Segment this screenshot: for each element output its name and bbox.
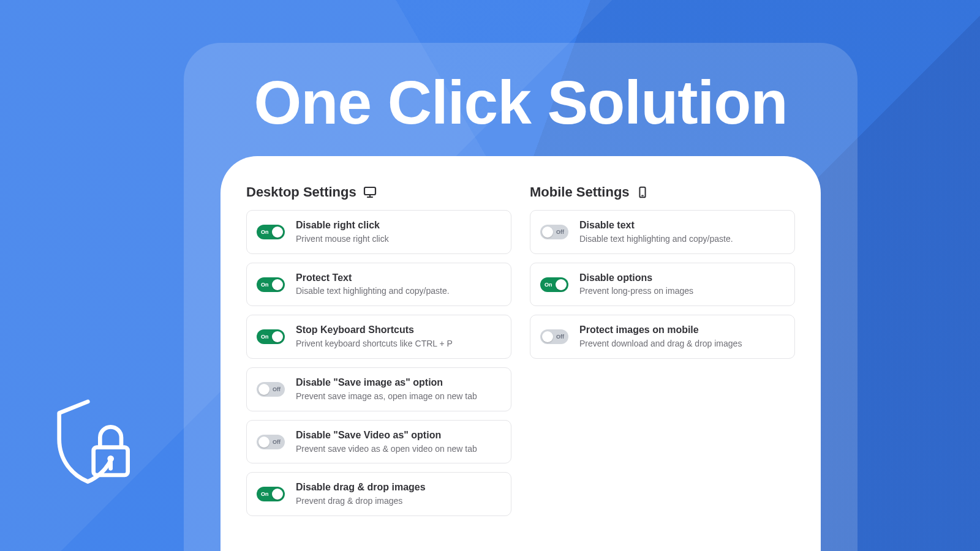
desktop-toggle[interactable]: On (257, 487, 285, 501)
desktop-toggle[interactable]: On (257, 277, 285, 292)
desktop-setting-row: OnProtect TextDisable text highlighting … (246, 263, 511, 307)
toggle-label: Off (556, 334, 564, 340)
desktop-setting-row: OnDisable right clickPrivent mouse right… (246, 210, 511, 254)
setting-text: Disable "Save image as" optionPrevent sa… (296, 377, 501, 402)
desktop-settings-title: Desktop Settings (246, 184, 356, 200)
setting-title: Disable options (579, 272, 785, 285)
toggle-knob (272, 279, 283, 290)
desktop-toggle[interactable]: On (257, 329, 285, 344)
desktop-toggle[interactable]: On (257, 225, 285, 239)
desktop-setting-row: OnDisable drag & drop imagesPrevent drag… (246, 472, 511, 516)
setting-description: Prevent download and drag & drop images (579, 338, 785, 350)
desktop-toggle[interactable]: Off (257, 435, 285, 449)
setting-text: Stop Keyboard ShortcutsPrivent keyboard … (296, 324, 501, 350)
setting-title: Disable "Save Video as" option (296, 429, 501, 442)
toggle-knob (272, 227, 283, 238)
toggle-knob (272, 331, 283, 342)
setting-description: Prevent save image as, open image on new… (296, 391, 501, 402)
settings-card: Desktop Settings OnDisable right clickPr… (221, 156, 821, 551)
mobile-settings-list: OffDisable textDisable text highlighting… (530, 210, 795, 359)
desktop-settings-column: Desktop Settings OnDisable right clickPr… (246, 184, 511, 551)
toggle-label: Off (556, 229, 564, 235)
setting-text: Disable drag & drop imagesPrevent drag &… (296, 481, 501, 507)
toggle-knob (542, 227, 553, 238)
mobile-toggle[interactable]: On (540, 277, 568, 292)
toggle-knob (258, 437, 270, 448)
toggle-knob (542, 331, 553, 342)
desktop-icon (363, 185, 377, 200)
desktop-settings-header: Desktop Settings (246, 184, 511, 200)
svg-rect-0 (364, 187, 375, 195)
setting-title: Disable right click (296, 219, 501, 232)
toggle-label: Off (273, 386, 281, 392)
hero-title: One Click Solution (184, 67, 858, 138)
toggle-knob (272, 489, 283, 500)
setting-description: Disable text highlighting and copy/paste… (296, 285, 501, 297)
desktop-setting-row: OffDisable "Save image as" optionPrevent… (246, 367, 511, 411)
desktop-setting-row: OffDisable "Save Video as" optionPrevent… (246, 420, 511, 464)
toggle-label: On (261, 229, 269, 235)
toggle-knob (258, 384, 270, 395)
setting-text: Protect images on mobilePrevent download… (579, 324, 785, 350)
setting-title: Disable drag & drop images (296, 481, 501, 494)
toggle-knob (556, 279, 567, 290)
setting-title: Disable "Save image as" option (296, 377, 501, 389)
toggle-label: On (261, 491, 269, 497)
desktop-setting-row: OnStop Keyboard ShortcutsPrivent keyboar… (246, 315, 511, 359)
setting-description: Prevent save video as & open video on ne… (296, 443, 501, 455)
app-background: One Click Solution Desktop Settings OnDi… (0, 0, 980, 551)
toggle-label: On (261, 334, 269, 340)
mobile-setting-row: OffDisable textDisable text highlighting… (530, 210, 795, 254)
setting-title: Protect Text (296, 272, 501, 285)
setting-title: Protect images on mobile (579, 324, 785, 337)
mobile-settings-column: Mobile Settings OffDisable textDisable t… (530, 184, 795, 551)
setting-description: Privent mouse right click (296, 233, 501, 245)
mobile-settings-title: Mobile Settings (530, 184, 630, 200)
mobile-settings-header: Mobile Settings (530, 184, 795, 200)
setting-description: Disable text highlighting and copy/paste… (579, 233, 785, 245)
shield-lock-icon (43, 392, 141, 490)
desktop-toggle[interactable]: Off (257, 382, 285, 397)
setting-title: Stop Keyboard Shortcuts (296, 324, 501, 337)
setting-description: Prevent drag & drop images (296, 495, 501, 507)
mobile-setting-row: OffProtect images on mobilePrevent downl… (530, 315, 795, 359)
setting-text: Disable "Save Video as" optionPrevent sa… (296, 429, 501, 455)
setting-title: Disable text (579, 219, 785, 232)
mobile-toggle[interactable]: Off (540, 329, 568, 344)
toggle-label: On (261, 282, 269, 288)
setting-text: Disable textDisable text highlighting an… (579, 219, 785, 245)
setting-text: Disable optionsPrevent long-press on ima… (579, 272, 785, 298)
mobile-icon (636, 186, 649, 199)
setting-text: Protect TextDisable text highlighting an… (296, 272, 501, 298)
desktop-settings-list: OnDisable right clickPrivent mouse right… (246, 210, 511, 516)
toggle-label: Off (273, 439, 281, 445)
toggle-label: On (545, 282, 552, 288)
setting-description: Prevent long-press on images (579, 285, 785, 297)
setting-description: Privent keyboard shortcuts like CTRL + P (296, 338, 501, 350)
mobile-toggle[interactable]: Off (540, 225, 568, 239)
setting-text: Disable right clickPrivent mouse right c… (296, 219, 501, 245)
mobile-setting-row: OnDisable optionsPrevent long-press on i… (530, 263, 795, 307)
